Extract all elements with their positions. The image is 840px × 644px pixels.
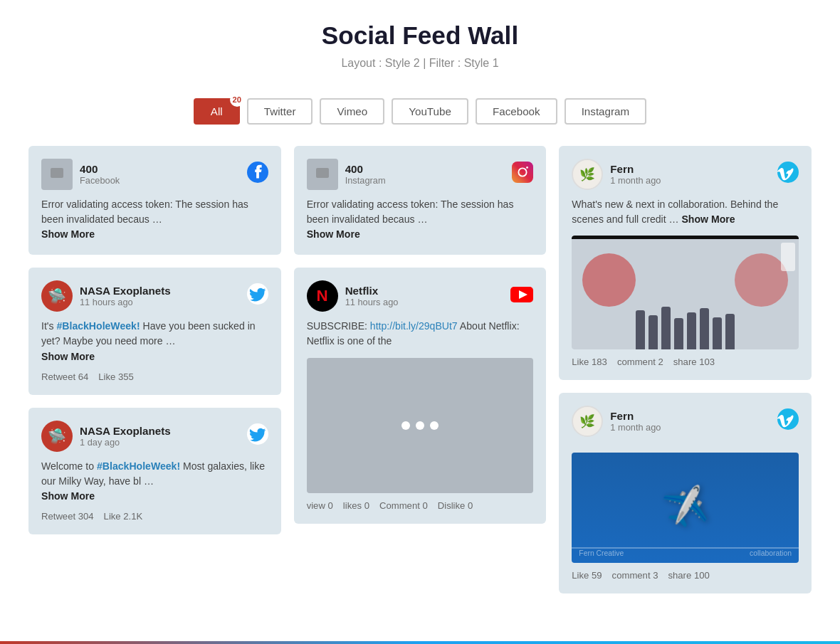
like-count: Like 183	[572, 357, 607, 367]
filter-instagram[interactable]: Instagram	[565, 98, 647, 125]
person-4	[674, 318, 683, 349]
card-body: Welcome to #BlackHoleWeek! Most galaxies…	[41, 459, 268, 504]
subscribe-link[interactable]: http://bit.ly/29qBUt7	[370, 320, 458, 332]
user-info: Fern 1 month ago	[610, 163, 661, 186]
card-text: What's new & next in collaboration. Behi…	[572, 199, 778, 225]
person-5	[687, 312, 696, 349]
collage-top-strip	[572, 236, 799, 239]
card-footer: Like 183 comment 2 share 103	[572, 357, 799, 367]
avatar-fern: 🌿	[572, 159, 603, 190]
user-platform: Facebook	[80, 175, 120, 186]
show-more-btn[interactable]: Show More	[41, 228, 95, 240]
view-count: view 0	[307, 500, 333, 511]
avatar-fern: 🌿	[572, 406, 603, 437]
card-footer: view 0 likes 0 Comment 0 Dislike 0	[307, 500, 534, 511]
avatar-netflix: N	[307, 280, 338, 312]
avatar-placeholder	[41, 159, 73, 190]
card-instagram-400: 400 Instagram Error validating access to…	[294, 146, 547, 255]
user-time: 1 month ago	[610, 422, 661, 433]
filter-all[interactable]: 20 All	[194, 98, 240, 125]
username: Netflix	[345, 285, 399, 297]
user-platform: Instagram	[345, 175, 386, 186]
user-time: 11 hours ago	[80, 297, 171, 307]
card-text-1: It's	[41, 320, 56, 332]
card-facebook-400: 400 Facebook Error validating access tok…	[28, 146, 281, 255]
card-header: 🌿 Fern 1 month ago	[572, 406, 799, 437]
overlay-right: collaboration	[750, 549, 792, 557]
platform-icon-vimeo	[777, 162, 799, 187]
card-user: 🌿 Fern 1 month ago	[572, 406, 661, 437]
username: NASA Exoplanets	[80, 425, 171, 437]
card-body: SUBSCRIBE: http://bit.ly/29qBUt7 About N…	[307, 319, 534, 349]
svg-point-7	[526, 167, 528, 169]
video-dot-3	[430, 421, 439, 430]
like-count: Like 59	[572, 570, 602, 581]
user-info: Fern 1 month ago	[610, 410, 661, 433]
card-user: N Netflix 11 hours ago	[307, 280, 399, 312]
show-more-btn[interactable]: Show More	[681, 213, 735, 225]
hashtag-2: #BlackHoleWeek!	[97, 460, 180, 472]
page-header: Social Feed Wall Layout : Style 2 | Filt…	[0, 0, 840, 84]
svg-rect-4	[316, 168, 329, 178]
svg-rect-0	[51, 168, 63, 178]
card-body: What's new & next in collaboration. Behi…	[572, 197, 799, 227]
feed-column-3: 🌿 Fern 1 month ago What's new & next in …	[559, 146, 812, 593]
user-info: Netflix 11 hours ago	[345, 285, 399, 307]
show-more-btn[interactable]: Show More	[41, 351, 95, 362]
airplane-image: ✈️ Fern Creative collaboration	[572, 453, 799, 563]
show-more-btn[interactable]: Show More	[41, 490, 95, 502]
card-text-1: SUBSCRIBE:	[307, 320, 370, 332]
user-time: 1 day ago	[80, 437, 171, 448]
platform-icon-twitter	[247, 283, 268, 309]
feed-column-1: 400 Facebook Error validating access tok…	[28, 146, 281, 593]
card-fern-vimeo-2: 🌿 Fern 1 month ago ✈️ Fern Creative col	[559, 393, 812, 593]
platform-icon-vimeo	[777, 408, 799, 434]
comment-count: comment 2	[617, 357, 663, 367]
collage-circle-right	[735, 253, 788, 307]
person-6	[700, 308, 709, 349]
card-user: 400 Facebook	[41, 159, 120, 190]
filter-vimeo[interactable]: Vimeo	[320, 98, 384, 125]
card-header: 🌿 Fern 1 month ago	[572, 159, 799, 190]
retweet-count: Retweet 304	[41, 511, 94, 522]
card-netflix-youtube: N Netflix 11 hours ago SUBSCRIBE: http:/…	[294, 268, 547, 523]
avatar-placeholder	[307, 159, 338, 190]
user-time: 1 month ago	[610, 175, 661, 186]
person-3	[661, 307, 671, 349]
share-count: share 100	[668, 570, 709, 581]
user-time: 11 hours ago	[345, 297, 399, 307]
card-user: 🛸 NASA Exoplanets 11 hours ago	[41, 280, 171, 312]
filter-youtube[interactable]: YouTube	[392, 98, 468, 125]
user-info: NASA Exoplanets 1 day ago	[80, 425, 171, 448]
feed-column-2: 400 Instagram Error validating access to…	[294, 146, 547, 593]
person-7	[713, 317, 722, 349]
card-header: N Netflix 11 hours ago	[307, 280, 534, 312]
svg-rect-5	[512, 162, 533, 183]
airplane-icon: ✈️	[659, 483, 710, 533]
video-dot-1	[401, 421, 410, 430]
person-8	[725, 314, 735, 349]
user-info: NASA Exoplanets 11 hours ago	[80, 285, 171, 307]
filter-badge-all: 20	[230, 93, 244, 107]
hashtag-1: #BlackHoleWeek!	[56, 320, 140, 332]
video-dots	[401, 421, 439, 430]
platform-icon-youtube	[510, 286, 533, 307]
filter-twitter[interactable]: Twitter	[247, 98, 313, 125]
card-footer: Like 59 comment 3 share 100	[572, 570, 799, 581]
filter-facebook[interactable]: Facebook	[476, 98, 557, 125]
feed-grid: 400 Facebook Error validating access tok…	[14, 146, 826, 622]
card-body: It's #BlackHoleWeek! Have you been sucke…	[41, 319, 268, 364]
platform-icon-instagram	[512, 162, 533, 187]
page-subtitle: Layout : Style 2 | Filter : Style 1	[14, 57, 826, 70]
card-header: 🛸 NASA Exoplanets 11 hours ago	[41, 280, 268, 312]
avatar-nasa: 🛸	[41, 421, 73, 452]
overlay-left: Fern Creative	[579, 549, 624, 557]
card-user: 400 Instagram	[307, 159, 386, 190]
card-header: 400 Facebook	[41, 159, 268, 190]
show-more-btn[interactable]: Show More	[307, 228, 360, 240]
likes-count: likes 0	[343, 500, 369, 511]
comment-count: comment 3	[612, 570, 658, 581]
person-1	[636, 310, 645, 349]
card-text-1: Welcome to	[41, 460, 97, 472]
username: Fern	[610, 163, 661, 175]
